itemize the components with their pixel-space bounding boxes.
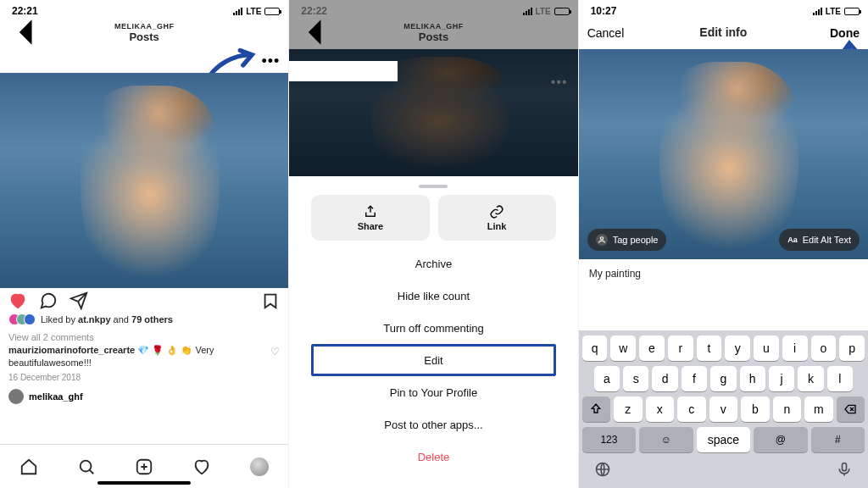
key-u[interactable]: u [754, 336, 779, 361]
redaction-box [289, 61, 398, 81]
signal-icon [523, 8, 532, 15]
nav-bar: Cancel Edit info Done [579, 19, 868, 49]
sheet-item-turn-off-commenting[interactable]: Turn off commenting [311, 312, 555, 344]
person-icon [596, 234, 608, 246]
keyboard: q w e r t y u i o p a s d f g h j k l [579, 330, 868, 488]
home-indicator [97, 481, 191, 485]
key-f[interactable]: f [682, 366, 707, 391]
sheet-link-button[interactable]: Link [438, 195, 556, 241]
key-at[interactable]: @ [754, 427, 807, 452]
share-button[interactable] [70, 291, 88, 310]
back-button[interactable] [298, 14, 335, 53]
key-c[interactable]: c [677, 396, 705, 422]
svg-point-0 [81, 460, 92, 471]
sheet-item-post-other[interactable]: Post to other apps... [311, 408, 555, 441]
key-l[interactable]: l [827, 366, 853, 391]
next-post-header: melikaa_ghf [0, 382, 288, 404]
caption-input[interactable]: My painting [579, 259, 868, 285]
key-i[interactable]: i [782, 336, 808, 361]
key-d[interactable]: d [652, 366, 677, 391]
tab-search[interactable] [77, 458, 96, 476]
comment-button[interactable] [39, 291, 58, 310]
signal-icon [813, 8, 822, 15]
key-space[interactable]: space [697, 427, 750, 452]
key-w[interactable]: w [610, 336, 636, 361]
tab-bar [0, 444, 288, 488]
key-e[interactable]: e [639, 336, 665, 361]
post-actions [0, 288, 288, 312]
tag-people-button[interactable]: Tag people [587, 229, 667, 251]
sheet-item-hide-likes[interactable]: Hide like count [311, 280, 555, 312]
avatar [8, 389, 24, 404]
key-y[interactable]: y [725, 336, 750, 361]
key-m[interactable]: m [804, 396, 832, 422]
sheet-grabber[interactable] [419, 185, 448, 188]
nav-bar: MELIKAA_GHF Posts [289, 19, 577, 49]
key-s[interactable]: s [623, 366, 648, 391]
sheet-item-pin[interactable]: Pin to Your Profile [311, 376, 555, 408]
key-r[interactable]: r [668, 336, 693, 361]
tab-profile[interactable] [250, 458, 269, 476]
cancel-button[interactable]: Cancel [587, 26, 625, 40]
key-p[interactable]: p [839, 336, 865, 361]
battery-icon [844, 8, 860, 15]
screen-action-sheet: 22:22 LTE MELIKAA_GHF Posts ••• S [289, 0, 578, 488]
nav-title: Posts [114, 31, 175, 43]
more-options-button[interactable]: ••• [551, 75, 568, 90]
key-n[interactable]: n [773, 396, 801, 422]
comment-row[interactable]: mauriziomarinoforte_crearte 💎 🌹 👌 👏 Very… [0, 342, 288, 369]
view-all-comments[interactable]: View all 2 comments [0, 327, 288, 342]
edit-alt-text-button[interactable]: Aa Edit Alt Text [779, 229, 860, 251]
sheet-share-button[interactable]: Share [311, 195, 429, 241]
key-b[interactable]: b [741, 396, 769, 422]
key-emoji[interactable]: ☺ [639, 427, 693, 452]
back-button[interactable] [8, 14, 46, 53]
key-k[interactable]: k [798, 366, 823, 391]
svg-point-2 [600, 237, 603, 240]
network-label: LTE [826, 7, 841, 16]
key-shift[interactable] [582, 396, 610, 422]
key-dictation[interactable] [836, 461, 853, 481]
key-hash[interactable]: # [811, 427, 865, 452]
key-t[interactable]: t [697, 336, 722, 361]
sheet-item-archive[interactable]: Archive [311, 247, 555, 280]
key-a[interactable]: a [594, 366, 620, 391]
status-bar: 10:27 LTE [579, 0, 868, 19]
liker-avatars [8, 313, 36, 325]
tab-create[interactable] [135, 458, 153, 476]
share-icon [363, 204, 378, 219]
network-label: LTE [536, 7, 551, 16]
post-image[interactable] [0, 73, 288, 288]
sheet-item-edit[interactable]: Edit [311, 344, 555, 376]
like-comment-button[interactable]: ♡ [270, 344, 280, 358]
key-q[interactable]: q [582, 336, 608, 361]
key-v[interactable]: v [709, 396, 737, 422]
key-h[interactable]: h [740, 366, 765, 391]
key-x[interactable]: x [646, 396, 674, 422]
key-row-1: q w e r t y u i o p [582, 336, 865, 361]
tab-home[interactable] [19, 458, 38, 476]
sheet-item-delete[interactable]: Delete [311, 441, 555, 473]
svg-rect-4 [842, 463, 846, 471]
network-label: LTE [246, 7, 261, 16]
done-button[interactable]: Done [822, 26, 860, 40]
key-row-4: 123 ☺ space @ # [582, 427, 865, 452]
status-time: 10:27 [591, 5, 617, 17]
key-j[interactable]: j [769, 366, 794, 391]
link-icon [489, 204, 504, 219]
key-123[interactable]: 123 [582, 427, 636, 452]
nav-bar: MELIKAA_GHF Posts [0, 19, 288, 49]
bookmark-button[interactable] [261, 291, 280, 310]
like-button[interactable] [8, 291, 27, 310]
tab-activity[interactable] [192, 458, 211, 476]
more-options-button[interactable]: ••• [261, 53, 280, 69]
key-g[interactable]: g [710, 366, 736, 391]
likes-row[interactable]: Liked by at.nkpy and 79 others [0, 312, 288, 327]
key-z[interactable]: z [614, 396, 642, 422]
key-backspace[interactable] [837, 396, 865, 422]
key-globe[interactable] [594, 461, 611, 481]
key-o[interactable]: o [811, 336, 837, 361]
aa-icon: Aa [787, 236, 798, 244]
key-row-3: z x c v b n m [582, 396, 865, 422]
post-image-edit[interactable]: Tag people Aa Edit Alt Text [579, 49, 868, 259]
